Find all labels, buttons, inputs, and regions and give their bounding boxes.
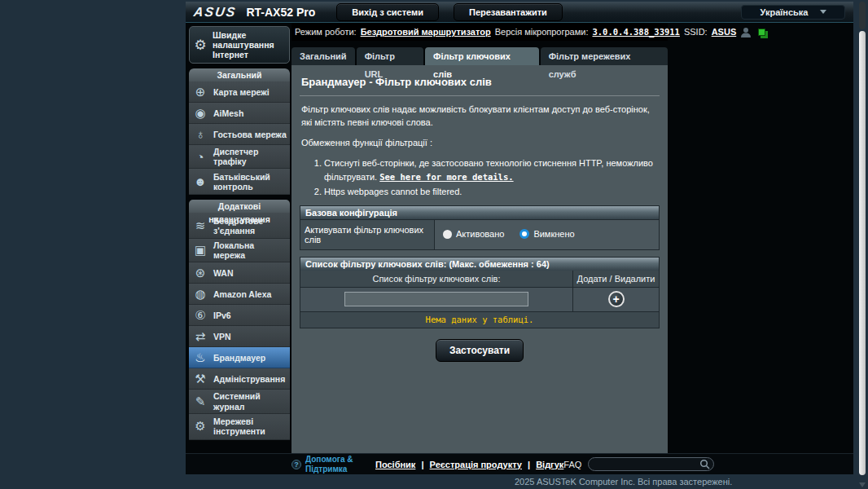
manual-link[interactable]: Посібник [375, 460, 415, 469]
firmware-version-link[interactable]: 3.0.0.4.388_33911 [592, 27, 679, 37]
aimesh-icon: ◉ [191, 106, 209, 121]
radio-enabled-circle[interactable] [443, 230, 452, 239]
sidebar-item-lan[interactable]: ▣ Локальна мережа [189, 239, 290, 262]
limitation-item: Https webpages cannot be filtered. [324, 185, 660, 199]
language-selector[interactable]: Українська [741, 5, 845, 20]
limitation-item: Стиснуті веб-сторінки, де застосовано те… [324, 156, 660, 184]
radio-disabled-circle[interactable] [519, 229, 529, 239]
language-value: Українська [760, 7, 808, 17]
sidebar-item-wan[interactable]: ⊛ WAN [189, 262, 290, 284]
sidebar-item-traffic-manager[interactable]: ◔ Диспетчер трафіку [189, 145, 290, 169]
asus-logo: ASUS [193, 5, 238, 20]
network-map-icon: ⊕ [191, 85, 209, 99]
keyword-list-header: Список фільтру ключових слів: (Макс. обм… [300, 257, 660, 271]
parental-controls-icon: ☻ [191, 174, 209, 188]
gear-icon: ⚙ [192, 37, 208, 54]
basic-config-header: Базова конфігурація [300, 205, 660, 219]
sidebar-item-quick-internet-setup[interactable]: ⚙ Швидке налаштування Інтернет [189, 26, 290, 64]
keyword-input[interactable] [344, 292, 528, 306]
chevron-down-icon [820, 10, 826, 14]
empty-table-message: Нема даних у таблиці. [300, 311, 659, 328]
sidebar-item-network-map[interactable]: ⊕ Карта мережі [189, 82, 290, 103]
keyword-list-table: Список фільтру ключових слів: Додати / В… [300, 271, 660, 328]
router-admin-window: ASUS RT-AX52 Pro Вихід з системи Перезав… [186, 2, 853, 474]
sidebar-section-advanced: Додаткові налаштування [189, 200, 290, 213]
see-here-for-details-link[interactable]: See here for more details. [379, 172, 513, 182]
top-banner: ASUS RT-AX52 Pro Вихід з системи Перезав… [186, 2, 853, 23]
product-registration-link[interactable]: Реєстрація продукту [430, 460, 522, 469]
limitation-list: Стиснуті веб-сторінки, де застосовано те… [300, 156, 660, 199]
feedback-link[interactable]: Відгук [536, 460, 563, 469]
plus-icon: + [612, 293, 619, 305]
sidebar-menu: Загальний ⊕ Карта мережі ◉ AiMesh ♁ Гост… [189, 68, 290, 439]
system-log-icon: ✎ [191, 394, 209, 409]
firewall-icon: ♨ [191, 350, 209, 365]
wan-icon: ⊛ [191, 266, 209, 280]
description-text: Фільтр ключових слів надає можливість бл… [300, 96, 660, 130]
sidebar-item-amazon-alexa[interactable]: ◍ Amazon Alexa [189, 284, 290, 305]
basic-config-table: Активувати фільтр ключових слів Активова… [300, 219, 660, 250]
sidebar-item-network-tools[interactable]: ⚙ Мережеві інструменти [189, 414, 290, 440]
sidebar: ⚙ Швидке налаштування Інтернет Загальний… [186, 23, 292, 453]
logout-button[interactable]: Вихід з системи [336, 3, 439, 21]
lan-icon: ▣ [191, 243, 209, 258]
operation-mode-label: Режим роботи: [295, 27, 357, 37]
keyword-list-column-header: Список фільтру ключових слів: [300, 271, 573, 287]
tab-url-filter[interactable]: Фільтр URL [357, 47, 423, 65]
faq-search-input[interactable] [595, 460, 699, 469]
clients-icon[interactable] [740, 27, 752, 37]
add-keyword-button[interactable]: + [608, 291, 625, 307]
tab-keyword-filter[interactable]: Фільтр ключових слів [425, 47, 539, 65]
tab-bar: Загальний Фільтр URL Фільтр ключових слі… [292, 47, 668, 65]
wireless-icon: ≋ [191, 218, 209, 233]
limitation-title: Обмеження функції фільтрації : [300, 130, 660, 150]
footer-links: Посібник | Реєстрація продукту | Відгук [375, 460, 563, 469]
sidebar-section-general: Загальний [189, 68, 290, 82]
sidebar-item-firewall[interactable]: ♨ Брандмауер [189, 347, 290, 368]
router-model: RT-AX52 Pro [246, 6, 315, 19]
administration-icon: ⚒ [191, 372, 209, 386]
amazon-alexa-icon: ◍ [191, 287, 209, 302]
ipv6-icon: ⑥ [191, 308, 209, 323]
sidebar-item-guest-network[interactable]: ♁ Гостьова мережа [189, 124, 290, 145]
status-bar: Режим роботи: Бездротовий маршрутизатор … [292, 23, 668, 41]
sidebar-item-system-log[interactable]: ✎ Системний журнал [189, 390, 290, 413]
radio-enabled[interactable]: Активовано [443, 229, 504, 239]
apply-button[interactable]: Застосувати [436, 339, 524, 362]
sidebar-item-ipv6[interactable]: ⑥ IPv6 [189, 305, 290, 326]
scrollbar-down-arrow-icon[interactable] [859, 482, 866, 487]
faq-label: FAQ [563, 460, 581, 469]
scrollbar-track[interactable] [859, 31, 866, 475]
main-content: Режим роботи: Бездротовий маршрутизатор … [292, 23, 853, 453]
firmware-label: Версія мікропрограми: [495, 27, 589, 37]
ssid-link[interactable]: ASUS [712, 27, 737, 37]
traffic-manager-icon: ◔ [191, 150, 209, 164]
scrollbar-thumb[interactable] [859, 2, 866, 29]
tab-network-services-filter[interactable]: Фільтр мережевих служб [541, 47, 668, 65]
firmware-update-icon[interactable] [758, 29, 765, 36]
scrollbar[interactable] [859, 0, 866, 489]
ssid-label: SSID: [684, 27, 708, 37]
guest-network-icon: ♁ [191, 127, 209, 141]
operation-mode-link[interactable]: Бездротовий маршрутизатор [361, 27, 491, 37]
page-title: Брандмауер - Фільтр ключових слів [300, 65, 660, 96]
network-tools-icon: ⚙ [191, 419, 209, 434]
vpn-icon: ⇄ [191, 329, 209, 344]
enable-keyword-filter-label: Активувати фільтр ключових слів [300, 219, 435, 249]
search-icon[interactable] [699, 459, 710, 469]
copyright-text: 2025 ASUSTeK Computer Inc. Всі права зас… [515, 477, 732, 487]
help-support-link[interactable]: ? Допомога & Підтримка [292, 455, 364, 474]
settings-panel: Брандмауер - Фільтр ключових слів Фільтр… [292, 65, 668, 453]
sidebar-item-parental-controls[interactable]: ☻ Батьківський контроль [189, 169, 290, 195]
tab-general[interactable]: Загальний [292, 47, 355, 65]
faq-search-box[interactable] [588, 457, 714, 471]
footer-bar: ? Допомога & Підтримка Посібник | Реєстр… [186, 453, 853, 474]
sidebar-item-wireless[interactable]: ≋ Бездротове з'єднання [189, 213, 290, 239]
sidebar-item-vpn[interactable]: ⇄ VPN [189, 326, 290, 347]
reboot-button[interactable]: Перезавантажити [454, 3, 563, 21]
radio-disabled[interactable]: Вимкнено [519, 229, 574, 239]
question-icon: ? [292, 460, 301, 469]
sidebar-item-administration[interactable]: ⚒ Адміністрування [189, 368, 290, 390]
sidebar-item-aimesh[interactable]: ◉ AiMesh [189, 103, 290, 124]
add-delete-column-header: Додати / Видалити [573, 271, 659, 287]
